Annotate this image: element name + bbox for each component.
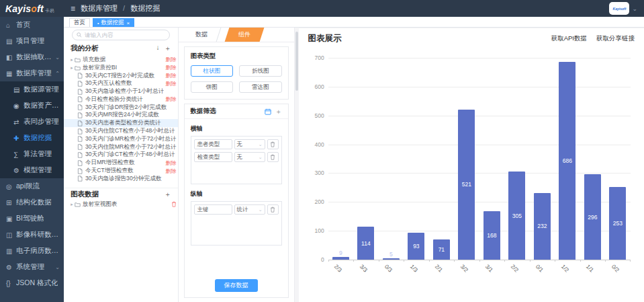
sidebar-item-asset[interactable]: ◉数据资产管理 [0,98,64,114]
sidebar-collapse-icon[interactable]: ≡ [71,4,75,13]
chart-type-button[interactable]: 折线图 [239,65,282,77]
tree-item[interactable]: 今日MR增强检查数删除 [64,159,178,167]
config-panel: 数据组件 图表类型 柱状图折线图饼图雷达图 数据筛选 ＋ [179,28,294,302]
y-axis-tick-label: 300 [314,169,324,176]
caret-icon[interactable]: ▸ [69,202,75,207]
filter-field[interactable]: 患者类型 [194,139,232,149]
add-analysis-icon[interactable]: ＋ [165,44,171,53]
bar[interactable]: 71 [433,239,450,260]
delete-link[interactable]: 删除 [163,56,177,63]
tab-close-icon[interactable]: × [126,20,130,26]
bar[interactable]: 686 [559,62,576,260]
caret-icon[interactable]: ▸ [69,57,75,63]
tree-item[interactable]: 30天内门诊CT检查小于48小时总计 [64,151,178,159]
bar[interactable]: 296 [584,174,601,260]
sidebar-item-datasource[interactable]: ▤数据源管理 [0,81,64,98]
trash-icon[interactable] [267,152,279,162]
window-tab[interactable]: •数据挖掘× [93,18,134,27]
filter-agg-select[interactable]: 无⌄ [234,139,265,149]
sidebar-item-structured[interactable]: ⊞结构化数据 [0,194,64,211]
sidebar-item-json[interactable]: {}JSON 格式化 [0,275,64,291]
window-tab[interactable]: 首页 [69,18,90,27]
delete-link[interactable]: 删除 [163,80,177,87]
trash-icon[interactable] [171,201,177,209]
delete-link[interactable]: 删除 [163,96,177,103]
logo: Kayisoft 卡易 [0,3,64,14]
chart-data-item[interactable]: ▸放射室视图表 [64,200,178,209]
chart-link[interactable]: 获取分享链接 [596,34,635,43]
breadcrumb-item[interactable]: 数据库管理 [81,4,118,12]
tab-dot-icon: • [97,21,99,26]
panel-tab-active[interactable]: 组件 [224,28,264,42]
chart-type-button[interactable]: 柱状图 [191,65,234,77]
filter-field[interactable]: 检查类型 [194,152,232,162]
filter-field[interactable]: 主键 [194,204,232,215]
delete-link[interactable]: 删除 [163,64,177,71]
sidebar-item-imaging[interactable]: ◫影像科研数据库 [0,227,64,243]
trash-icon[interactable] [267,204,279,215]
panel-tab-inactive[interactable]: 数据 [181,28,221,42]
calendar-icon[interactable] [265,108,271,115]
x-axis-tick [530,260,531,262]
sidebar-item-database[interactable]: ▦数据库管理⌃ [0,65,64,81]
bar[interactable]: 114 [357,227,374,260]
bar[interactable]: 232 [534,193,551,260]
bar[interactable]: 93 [408,233,424,260]
filter-agg-select[interactable]: 无⌄ [234,152,265,162]
tree-item[interactable]: 30天内急诊检查小于1小时总计 [64,87,178,96]
chart-area: 010020030040050060070092/31143/350/3931/… [299,48,644,302]
tree-item[interactable]: 30天内急诊报告30分钟完成数 [64,175,178,182]
tree-item[interactable]: 30天内门诊DR报告2小时完成数 [64,104,178,112]
import-icon[interactable]: ↓ [156,44,160,53]
add-filter-icon[interactable]: ＋ [275,107,282,116]
search-box[interactable] [72,30,170,40]
sidebar-item-model[interactable]: ⚙模型管理 [0,162,64,178]
sidebar-item-extract[interactable]: ◧数据抽取管理⌄ [0,49,64,65]
sidebar-item-table-sync[interactable]: ⇄表同步管理 [0,114,64,130]
delete-link[interactable]: 删除 [163,159,177,167]
sidebar-item-system[interactable]: ⚙系统管理⌄ [0,259,64,275]
delete-link[interactable]: 删除 [163,72,177,79]
tree-item[interactable]: 30天内互认检查数删除 [64,79,178,87]
bar[interactable]: 305 [508,172,525,260]
chart-type-button[interactable]: 饼图 [191,81,234,93]
scrollbar-thumb[interactable] [295,32,298,91]
tree-item[interactable]: 30天内门诊MR检查小于72小时总计 [64,135,178,143]
sidebar-item-mining[interactable]: ✚数据挖掘 [0,130,64,146]
bar[interactable]: 5 [383,258,400,260]
tree-item[interactable]: ▸放射室质控BI删除 [64,64,178,72]
vertical-scrollbar[interactable] [294,28,299,302]
add-chart-data-icon[interactable]: ＋ [165,190,171,199]
bar[interactable]: 253 [609,187,626,260]
chart-data-item-label: 放射室视图表 [83,200,118,209]
tree-item[interactable]: 今日检查检验分类统计删除 [64,96,178,104]
search-input[interactable] [85,32,165,38]
chart-type-button[interactable]: 雷达图 [239,81,282,93]
tree-item[interactable]: 30天内住院MR检查小于72小时总计 [64,143,178,151]
sidebar-item-emr[interactable]: ▥电子病历数据质控 [0,243,64,259]
bar[interactable]: 168 [484,211,500,260]
sidebar-item-label: 数据抽取管理 [16,52,55,62]
bar[interactable]: 521 [458,110,475,260]
delete-link[interactable]: 删除 [163,167,177,175]
tree-item[interactable]: 30天内MR报告24小时完成数 [64,112,178,120]
sidebar-item-bi[interactable]: ▣BI驾驶舱 [0,211,64,227]
filter-agg-select[interactable]: 统计⌄ [234,204,265,215]
tree-item[interactable]: 30天内CT报告2小时完成数删除 [64,72,178,80]
trash-icon[interactable] [267,139,279,149]
chart-link[interactable]: 获取API数据 [551,34,587,43]
caret-icon[interactable]: ▸ [69,65,75,71]
avatar[interactable]: Kayisoft [609,2,629,15]
bar[interactable]: 9 [332,257,349,260]
sidebar-item-home[interactable]: ⌂首页 [0,17,64,33]
sidebar-item-project[interactable]: ▤项目管理 [0,33,64,49]
sidebar-item-algorithm[interactable]: ∑算法管理 [0,146,64,162]
chevron-down-icon[interactable]: ⌄ [632,5,637,12]
tree-item[interactable]: 30天内患者类型检查分类统计 [64,119,178,127]
sidebar-item-label: 表同步管理 [24,117,59,126]
sidebar-item-api[interactable]: ◎api限流 [0,178,64,194]
save-data-button[interactable]: 保存数据 [215,279,258,292]
tree-item[interactable]: ▸填充数据删除 [64,56,178,64]
tree-item[interactable]: 今天CT增强检查数删除 [64,167,178,175]
tree-item[interactable]: 30天内住院CT检查小于48小时总计 [64,127,178,135]
